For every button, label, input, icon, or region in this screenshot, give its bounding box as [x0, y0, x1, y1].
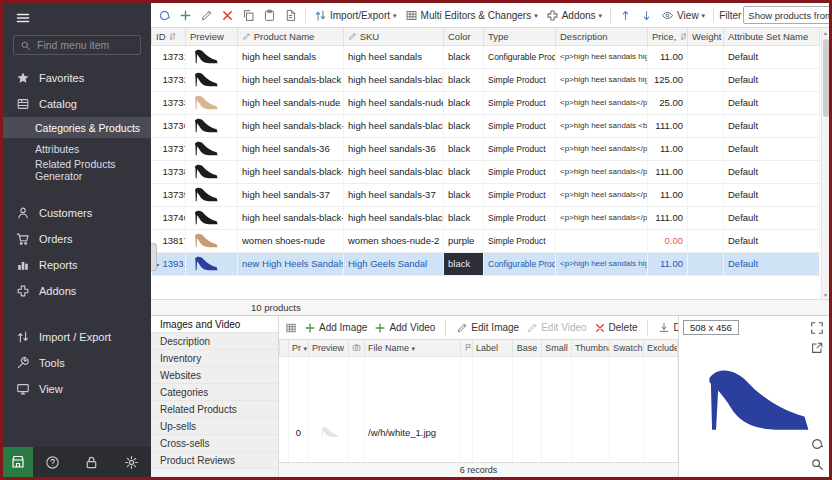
main-area: Import/Export ▾ Multi Editors & Changers…: [151, 3, 829, 477]
edit-product-button[interactable]: [197, 7, 216, 24]
sidebar-item-tools[interactable]: Tools: [3, 350, 151, 376]
view-icon: [16, 382, 30, 396]
product-row[interactable]: 13740 high heel sandals-black-38 high he…: [152, 206, 820, 229]
sidebar-item-view[interactable]: View: [3, 376, 151, 402]
product-row[interactable]: ▸13931 new High Heels Sandals High Geels…: [152, 252, 820, 275]
tab-product-reviews[interactable]: Product Reviews: [151, 452, 278, 469]
columns-button[interactable]: [285, 322, 297, 334]
menu-search-input[interactable]: [37, 39, 134, 51]
column-header-color[interactable]: Color: [444, 28, 484, 45]
sidebar-item-addons[interactable]: Addons: [3, 278, 151, 304]
refresh-button[interactable]: [155, 7, 174, 24]
column-header-product-name[interactable]: Product Name: [238, 28, 344, 45]
product-row[interactable]: 13736 high heel sandals-black-36 high he…: [152, 114, 820, 137]
delete-image-button[interactable]: Delete: [594, 322, 638, 334]
product-row[interactable]: 13737 high heel sandals-36 high heel san…: [152, 137, 820, 160]
image-column-header-base[interactable]: Base: [513, 340, 542, 356]
tab-up-sells[interactable]: Up-sells: [151, 418, 278, 435]
sort-descending-button[interactable]: [637, 7, 656, 24]
edit-video-button[interactable]: Edit Video: [526, 322, 586, 334]
column-header-sku[interactable]: SKU: [344, 28, 444, 45]
sidebar-item-favorites[interactable]: Favorites: [3, 65, 151, 91]
image-column-header-label[interactable]: Label: [473, 340, 513, 356]
product-row[interactable]: 13733 high heel sandals-nude high heel s…: [152, 91, 820, 114]
add-image-button[interactable]: Add Image: [304, 322, 367, 334]
image-column-header-col[interactable]: [280, 340, 289, 356]
edit-image-button[interactable]: Edit Image: [456, 322, 519, 334]
image-column-header-file-name[interactable]: File Name ▾: [365, 340, 461, 356]
tab-inventory[interactable]: Inventory: [151, 350, 278, 367]
sidebar-subitem-categories-products[interactable]: Categories & Products: [3, 117, 151, 138]
store-button[interactable]: [3, 447, 33, 477]
column-header-weight[interactable]: Weight: [688, 28, 724, 45]
scrollbar-thumb[interactable]: [823, 39, 829, 117]
scroll-up-arrow[interactable]: ▲: [823, 28, 828, 37]
multi-editors-dropdown[interactable]: Multi Editors & Changers ▾: [402, 7, 541, 24]
image-row[interactable]: 0 /w/h/white_1.jpg: [280, 356, 678, 462]
column-header-id[interactable]: ID: [152, 28, 186, 45]
column-header-attribute-set-name[interactable]: Attribute Set Name: [724, 28, 820, 45]
rotate-refresh-icon[interactable]: [810, 437, 824, 451]
product-color-cell: black: [444, 183, 484, 206]
add-product-button[interactable]: [176, 7, 195, 24]
sidebar-subitem-related-products-generator[interactable]: Related Products Generator: [3, 159, 151, 180]
tab-cross-sells[interactable]: Cross-sells: [151, 435, 278, 452]
product-row[interactable]: 13731 high heel sandals high heel sandal…: [152, 45, 820, 68]
product-row[interactable]: 13817 women shoes-nude women shoes-nude-…: [152, 229, 820, 252]
sidebar-item-import-export[interactable]: Import / Export: [3, 324, 151, 350]
image-column-header-pr[interactable]: Pr ▾: [289, 340, 309, 356]
product-row[interactable]: 13738 high heel sandals-black-37 high he…: [152, 160, 820, 183]
tab-description[interactable]: Description: [151, 333, 278, 350]
import-export-dropdown[interactable]: Import/Export ▾: [311, 7, 400, 24]
tab-related-products[interactable]: Related Products: [151, 401, 278, 418]
sidebar-search[interactable]: [13, 35, 141, 55]
hamburger-menu-button[interactable]: [3, 3, 151, 33]
column-header-description[interactable]: Description: [556, 28, 648, 45]
column-header-price[interactable]: Price,: [648, 28, 688, 45]
sidebar-collapse-handle[interactable]: [151, 243, 157, 271]
image-size-label: 508 x 456: [683, 320, 739, 335]
help-button[interactable]: [33, 455, 72, 470]
product-sku-cell: High Geels Sandal: [344, 252, 444, 275]
zoom-icon[interactable]: [810, 457, 824, 471]
product-price-cell: 11.00: [648, 183, 688, 206]
sidebar-menu: FavoritesCatalogCategories & ProductsAtt…: [3, 65, 151, 402]
settings-button[interactable]: [112, 455, 151, 470]
sidebar-item-customers[interactable]: Customers: [3, 200, 151, 226]
image-column-header-thumbna[interactable]: Thumbna: [572, 340, 610, 356]
lock-button[interactable]: [72, 455, 111, 470]
image-column-header-preview[interactable]: Preview: [309, 340, 349, 356]
add-video-button[interactable]: Add Video: [374, 322, 435, 334]
tools-icon: [16, 356, 30, 370]
tab-categories[interactable]: Categories: [151, 384, 278, 401]
tab-images-and-video[interactable]: Images and Video: [151, 316, 278, 333]
image-column-header-exclude[interactable]: Exclude: [644, 340, 678, 356]
tab-websites[interactable]: Websites: [151, 367, 278, 384]
sidebar-item-reports[interactable]: Reports: [3, 252, 151, 278]
sidebar-subitem-attributes[interactable]: Attributes: [3, 138, 151, 159]
sidebar-item-catalog[interactable]: Catalog: [3, 91, 151, 117]
duplicate-button[interactable]: [281, 7, 300, 24]
product-row[interactable]: 13732 high heel sandals-black high heel …: [152, 68, 820, 91]
sort-ascending-button[interactable]: [616, 7, 635, 24]
fullscreen-icon[interactable]: [810, 321, 824, 335]
image-column-header-camera[interactable]: [349, 340, 365, 356]
sidebar-item-orders[interactable]: Orders: [3, 226, 151, 252]
product-sku-cell: women shoes-nude-2: [344, 229, 444, 252]
product-row[interactable]: 13739 high heel sandals-37 high heel san…: [152, 183, 820, 206]
download-image-button[interactable]: Download Image: [658, 322, 678, 334]
filter-select[interactable]: Show products from selected categories ▾: [743, 6, 829, 24]
image-column-header-flag[interactable]: [461, 340, 473, 356]
delete-product-button[interactable]: [218, 7, 237, 24]
column-header-preview[interactable]: Preview: [186, 28, 238, 45]
image-column-header-small[interactable]: Small: [542, 340, 572, 356]
column-header-type[interactable]: Type: [484, 28, 556, 45]
image-column-header-swatch[interactable]: Swatch: [610, 340, 644, 356]
sidebar-item-label: Categories & Products: [35, 122, 140, 134]
scroll-down-arrow[interactable]: ▼: [823, 290, 828, 299]
paste-button[interactable]: [260, 7, 279, 24]
view-dropdown[interactable]: View ▾: [658, 7, 708, 24]
addons-dropdown[interactable]: Addons ▾: [543, 7, 605, 24]
sidebar-item-label: Addons: [39, 285, 76, 297]
copy-button[interactable]: [239, 7, 258, 24]
